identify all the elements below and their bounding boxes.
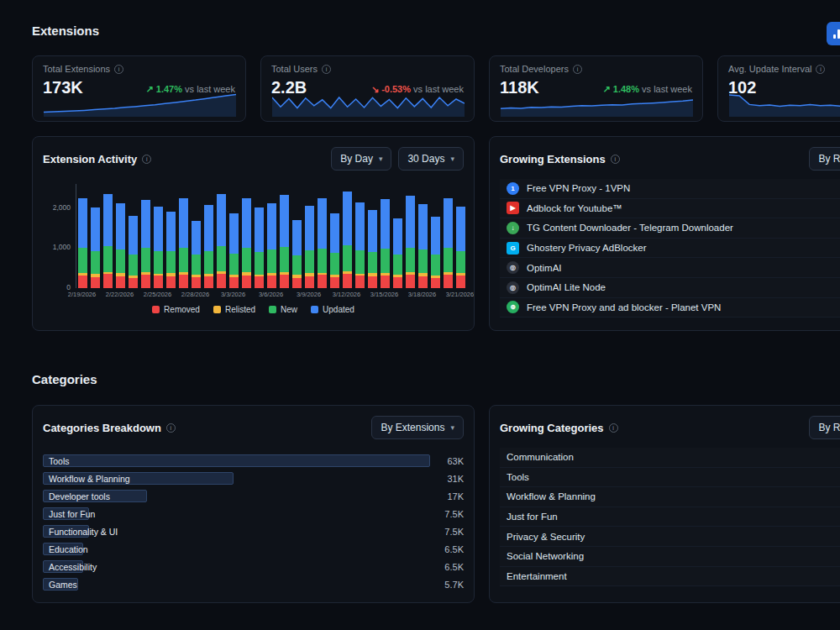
x-tick-label: 3/21/2026	[446, 291, 474, 298]
by-rating-dropdown[interactable]: By Rating ▾	[809, 416, 840, 439]
y-axis-labels: 01,0002,000	[43, 184, 71, 288]
bar-segment-new	[179, 248, 188, 272]
info-icon[interactable]: i	[114, 65, 123, 74]
stacked-bar	[354, 202, 366, 288]
bar-segment-removed	[217, 274, 226, 288]
list-item[interactable]: 1Free VPN Proxy - 1VPN	[500, 179, 840, 199]
bar-segment-removed	[444, 275, 453, 288]
bar-segment-removed	[255, 276, 264, 288]
by-extensions-dropdown[interactable]: By Extensions ▾	[371, 416, 464, 439]
info-icon[interactable]: i	[611, 155, 620, 164]
by-rating-dropdown[interactable]: By Rating ▾	[809, 147, 840, 171]
stacked-bar	[76, 198, 89, 288]
bar-segment-new	[129, 255, 138, 276]
stacked-bar	[328, 213, 341, 288]
section-title: Categories	[32, 372, 97, 386]
stacked-bar	[102, 194, 114, 288]
list-item[interactable]: GGhostery Privacy AdBlocker	[500, 239, 840, 259]
bar-segment-removed	[166, 276, 176, 288]
info-icon[interactable]: i	[166, 423, 176, 433]
x-axis-labels: 2/19/20262/22/20262/25/20262/28/20263/3/…	[76, 291, 467, 301]
info-icon[interactable]: i	[609, 423, 618, 433]
category-name: Tools	[507, 472, 529, 482]
y-tick-label: 1,000	[53, 243, 71, 251]
stacked-bar	[139, 200, 152, 288]
x-tick-label: 3/3/2026	[221, 291, 245, 298]
stacked-bar	[291, 220, 303, 288]
info-icon[interactable]: i	[573, 65, 582, 74]
chart-view-button[interactable]	[827, 22, 840, 45]
stat-label: Total Developers	[500, 64, 569, 74]
list-item[interactable]: Tools	[500, 468, 840, 488]
legend-item[interactable]: New	[269, 305, 297, 314]
category-name: Privacy & Security	[507, 532, 585, 542]
bar-segment-removed	[192, 277, 201, 288]
list-item[interactable]: ◎OptimAI Lite Node	[500, 278, 840, 298]
stacked-bar	[240, 198, 253, 288]
category-value: 31K	[433, 474, 464, 484]
extension-icon: 1	[507, 182, 519, 195]
legend-item[interactable]: Removed	[152, 305, 200, 314]
list-item[interactable]: ↓TG Content Downloader - Telegram Downlo…	[500, 218, 840, 239]
stat-label: Total Users	[271, 64, 318, 74]
bar-segment-removed	[305, 276, 314, 288]
stacked-bar	[89, 207, 102, 288]
bar-segment-removed	[267, 276, 276, 288]
bar-segment-new	[255, 252, 264, 275]
bar-segment-new	[166, 251, 176, 273]
list-item[interactable]: Privacy & Security	[500, 527, 840, 547]
info-icon[interactable]: i	[816, 65, 825, 74]
x-tick-label: 2/28/2026	[181, 291, 209, 298]
info-icon[interactable]: i	[322, 65, 331, 74]
bar-segment-new	[217, 246, 226, 271]
bar-segment-new	[280, 247, 289, 272]
legend-swatch	[152, 306, 160, 313]
bar-segment-removed	[330, 277, 339, 288]
list-item[interactable]: Just for Fun	[500, 507, 840, 528]
legend-item[interactable]: Relisted	[213, 305, 255, 314]
info-icon[interactable]: i	[142, 155, 151, 164]
bar-segment-updated	[267, 203, 276, 249]
list-item[interactable]: Workflow & Planning	[500, 487, 840, 507]
dropdown-label: 30 Days	[407, 153, 444, 165]
list-item[interactable]: Social Networking	[500, 547, 840, 567]
stat-label: Total Extensions	[43, 64, 110, 74]
list-item[interactable]: Communication	[500, 448, 840, 468]
categories-breakdown-panel: Categories Breakdown i By Extensions ▾ T…	[32, 405, 475, 603]
bar-segment-updated	[229, 213, 239, 254]
list-item[interactable]: ▶Adblock for Youtube™	[500, 199, 840, 219]
x-tick-label: 2/22/2026	[106, 291, 134, 298]
bar-segment-updated	[141, 200, 150, 248]
panel-title: Growing Categories	[500, 422, 604, 434]
legend-swatch	[311, 306, 318, 313]
stacked-bar	[253, 207, 265, 288]
stacked-bar-chart: 01,0002,000 2/19/20262/22/20262/25/20262…	[43, 184, 464, 302]
chart-legend: RemovedRelistedNewUpdated	[43, 305, 464, 314]
stat-card-total-extensions: Total Extensions i 173K ↗ 1.47% vs last …	[32, 55, 246, 122]
sparkline-chart	[729, 90, 840, 117]
by-day-dropdown[interactable]: By Day ▾	[331, 147, 391, 171]
sparkline-chart	[272, 90, 465, 117]
extension-name: Free VPN Proxy - 1VPN	[527, 183, 630, 193]
category-value: 6.5K	[433, 544, 464, 554]
stacked-bar	[165, 212, 177, 288]
legend-item[interactable]: Updated	[311, 305, 354, 314]
stacked-bar	[228, 213, 240, 288]
bar-segment-new	[393, 255, 402, 275]
bar-segment-removed	[343, 274, 352, 288]
bar-segment-new	[267, 249, 276, 273]
stacked-bar	[366, 210, 379, 288]
dropdown-label: By Extensions	[381, 422, 444, 433]
list-item[interactable]: ◎OptimAI	[500, 258, 840, 278]
bar-segment-updated	[116, 203, 125, 249]
extensions-dashboard: Extensions Total Extensions i 173K ↗ 1.4…	[0, 0, 840, 630]
list-item[interactable]: Entertainment	[500, 567, 840, 587]
bar-segment-updated	[305, 206, 314, 250]
list-item[interactable]: ⊕Free VPN Proxy and ad blocker - Planet …	[500, 298, 840, 318]
extension-activity-panel: Extension Activity i By Day ▾ 30 Days ▾ …	[32, 136, 475, 331]
bar-segment-new	[305, 250, 314, 273]
category-value: 7.5K	[433, 527, 464, 537]
range-dropdown[interactable]: 30 Days ▾	[398, 147, 464, 171]
chevron-down-icon: ▾	[450, 423, 454, 432]
bar-segment-updated	[204, 205, 213, 251]
